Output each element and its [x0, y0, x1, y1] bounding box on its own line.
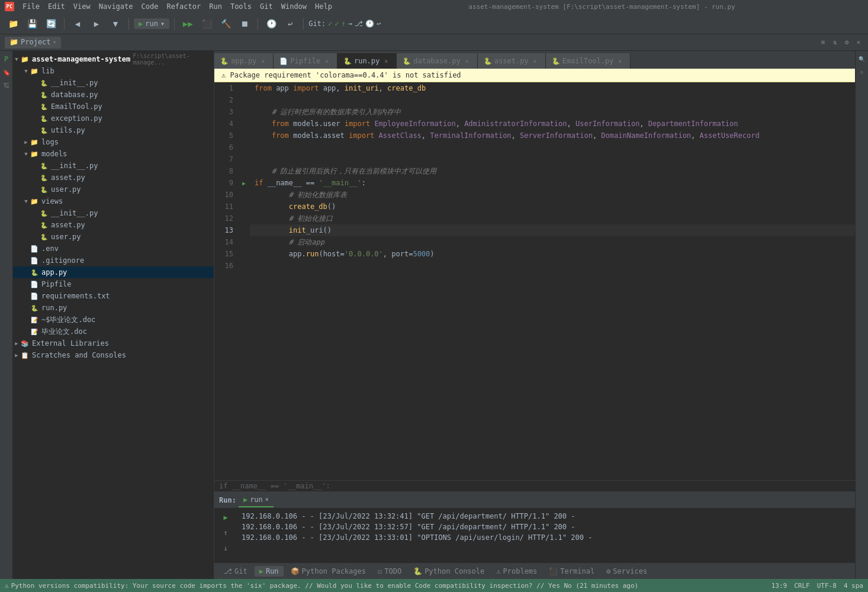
tree-models-user[interactable]: 🐍 user.py: [13, 184, 214, 195]
tree-gitignore[interactable]: 📄 .gitignore: [13, 255, 214, 266]
tab-run-py[interactable]: 🐍 run.py ×: [337, 53, 397, 69]
menu-bar[interactable]: File Edit View Navigate Code Refactor Ru…: [19, 1, 336, 12]
tree-models[interactable]: ▼ 📁 models: [13, 148, 214, 160]
tab-database-py[interactable]: 🐍 database.py ×: [397, 53, 477, 69]
lib-expand-icon: ▼: [22, 68, 30, 74]
tree-env[interactable]: 📄 .env: [13, 243, 214, 255]
toolbar-build-btn[interactable]: 🔨: [217, 15, 234, 32]
tab-asset-py[interactable]: 🐍 asset.py ×: [478, 53, 546, 69]
bottom-tab-terminal[interactable]: ⬛ Terminal: [544, 566, 599, 577]
menu-navigate[interactable]: Navigate: [95, 1, 137, 12]
toolbar-back-btn[interactable]: ◀: [69, 15, 86, 32]
tab-app-py[interactable]: 🐍 app.py ×: [214, 53, 274, 69]
tab-app-py-close[interactable]: ×: [259, 57, 267, 65]
toolbar-history-btn[interactable]: 🕐: [263, 15, 279, 32]
sidebar-project-icon[interactable]: P: [1, 53, 12, 65]
toolbar-sync-btn[interactable]: 🔄: [43, 15, 59, 32]
tree-lib-database[interactable]: 🐍 database.py: [13, 89, 214, 101]
bottom-tab-python-packages[interactable]: 📦 Python Packages: [286, 566, 371, 577]
code-line-14: # 启动app: [250, 236, 855, 248]
git-check-icon: ✓: [328, 20, 332, 28]
tree-lib-emailtool[interactable]: 🐍 EmailTool.py: [13, 101, 214, 112]
menu-git[interactable]: Git: [256, 1, 277, 12]
run-tab-close-icon[interactable]: ×: [265, 496, 269, 503]
close-panel-btn[interactable]: ×: [854, 38, 863, 47]
menu-file[interactable]: File: [19, 1, 43, 12]
line-num-4: 4: [219, 118, 233, 130]
tree-run-py[interactable]: 🐍 run.py: [13, 302, 214, 314]
menu-tools[interactable]: Tools: [227, 1, 255, 12]
tree-lib-exception[interactable]: 🐍 exception.py: [13, 112, 214, 124]
collapse-all-btn[interactable]: ≡: [818, 38, 828, 47]
toolbar-recent-btn[interactable]: ▼: [107, 15, 124, 32]
tab-pipfile[interactable]: 📄 Pipfile ×: [274, 53, 337, 69]
toolbar-save-btn[interactable]: 💾: [24, 15, 40, 32]
tab-run-py-close[interactable]: ×: [382, 57, 390, 65]
code-content[interactable]: from app import app, init_uri, create_db…: [250, 82, 855, 480]
menu-view[interactable]: View: [70, 1, 94, 12]
tree-pipfile[interactable]: 📄 Pipfile: [13, 278, 214, 290]
menu-refactor[interactable]: Refactor: [163, 1, 204, 12]
bottom-tab-problems[interactable]: ⚠ Problems: [491, 566, 542, 577]
menu-code[interactable]: Code: [138, 1, 162, 12]
tab-asset-py-close[interactable]: ×: [531, 57, 539, 65]
tab-pipfile-close[interactable]: ×: [323, 57, 331, 65]
run-scroll-down-btn[interactable]: ↓: [219, 542, 232, 555]
tab-emailtool-py[interactable]: 🐍 EmailTool.py ×: [546, 53, 631, 69]
run-restart-btn[interactable]: ▶: [219, 511, 232, 524]
tree-logs[interactable]: ▶ 📁 logs: [13, 136, 214, 148]
menu-help[interactable]: Help: [311, 1, 336, 12]
menu-run[interactable]: Run: [205, 1, 226, 12]
toolbar-run-btn[interactable]: ▶ run ▾: [134, 18, 169, 29]
right-sidebar-icon-2[interactable]: ⚙: [856, 66, 868, 78]
lib-init-icon: 🐍: [39, 80, 49, 86]
toolbar-stop2-btn[interactable]: ⏹: [236, 15, 253, 32]
tree-root[interactable]: ▼ 📁 asset-management-system F:\script\as…: [13, 53, 214, 65]
tab-database-py-close[interactable]: ×: [463, 57, 471, 65]
bottom-tab-todo[interactable]: ☑ TODO: [373, 566, 406, 577]
toolbar-forward-btn[interactable]: ▶: [88, 15, 105, 32]
sort-btn[interactable]: ⇅: [830, 38, 840, 47]
tree-views-user[interactable]: 🐍 user.py: [13, 231, 214, 243]
bottom-tab-python-console[interactable]: 🐍 Python Console: [409, 566, 489, 577]
run-scroll-up-btn[interactable]: ↑: [219, 526, 232, 539]
file-tree: ▼ 📁 asset-management-system F:\script\as…: [13, 51, 214, 579]
bottom-tab-run[interactable]: ▶ Run: [255, 566, 284, 577]
tree-lib[interactable]: ▼ 📁 lib: [13, 65, 214, 77]
tree-models-asset[interactable]: 🐍 asset.py: [13, 172, 214, 184]
tree-views-init[interactable]: 🐍 __init__.py: [13, 207, 214, 219]
bottom-tab-git[interactable]: ⎇ Git: [219, 566, 252, 577]
settings-btn[interactable]: ⚙: [842, 38, 851, 47]
code-editor[interactable]: 1 2 3 4 5 6 7 8 9 10 11 12 13 14 15 16: [214, 82, 855, 480]
tree-lib-init[interactable]: 🐍 __init__.py: [13, 77, 214, 89]
line-num-2: 2: [219, 94, 233, 106]
right-sidebar-icon-1[interactable]: 🔍: [856, 53, 868, 65]
tree-requirements[interactable]: 📄 requirements.txt: [13, 290, 214, 302]
toolbar-undo-btn[interactable]: ↩: [282, 15, 298, 32]
tree-models-init[interactable]: 🐍 __init__.py: [13, 160, 214, 172]
tree-views-asset[interactable]: 🐍 asset.py: [13, 219, 214, 231]
tree-dollar-doc[interactable]: 📝 ~$毕业论文.doc: [13, 314, 214, 326]
run-log-line-1: 192.168.0.106 - - [23/Jul/2022 13:32:41]…: [242, 511, 850, 522]
status-bar: ⚠ Python versions compatibility: Your so…: [0, 579, 868, 592]
run-panel-title: Run:: [219, 496, 236, 504]
tree-thesis-doc[interactable]: 📝 毕业论文.doc: [13, 326, 214, 337]
toolbar-sep4: [258, 18, 258, 30]
toolbar-debug-btn[interactable]: ▶▶: [179, 15, 196, 32]
menu-edit[interactable]: Edit: [44, 1, 69, 12]
tree-external-libs[interactable]: ▶ 📚 External Libraries: [13, 337, 214, 349]
tree-views[interactable]: ▼ 📁 views: [13, 195, 214, 207]
run-tab-run[interactable]: ▶ run ×: [239, 493, 274, 507]
sidebar-structure-icon[interactable]: 🏗: [1, 79, 12, 91]
tab-emailtool-py-close[interactable]: ×: [616, 57, 624, 65]
views-init-label: __init__.py: [49, 209, 98, 217]
tree-app-py[interactable]: 🐍 app.py: [13, 266, 214, 278]
menu-window[interactable]: Window: [278, 1, 310, 12]
project-tab[interactable]: 📁 Project ▾: [5, 37, 61, 49]
toolbar-stop-btn[interactable]: ⬛: [198, 15, 215, 32]
tree-lib-utils[interactable]: 🐍 utils.py: [13, 124, 214, 136]
sidebar-bookmark-icon[interactable]: 🔖: [1, 66, 12, 78]
tree-scratches[interactable]: ▶ 📋 Scratches and Consoles: [13, 349, 214, 361]
toolbar-open-btn[interactable]: 📁: [5, 15, 21, 32]
bottom-tab-services[interactable]: ⚙ Services: [602, 566, 652, 577]
